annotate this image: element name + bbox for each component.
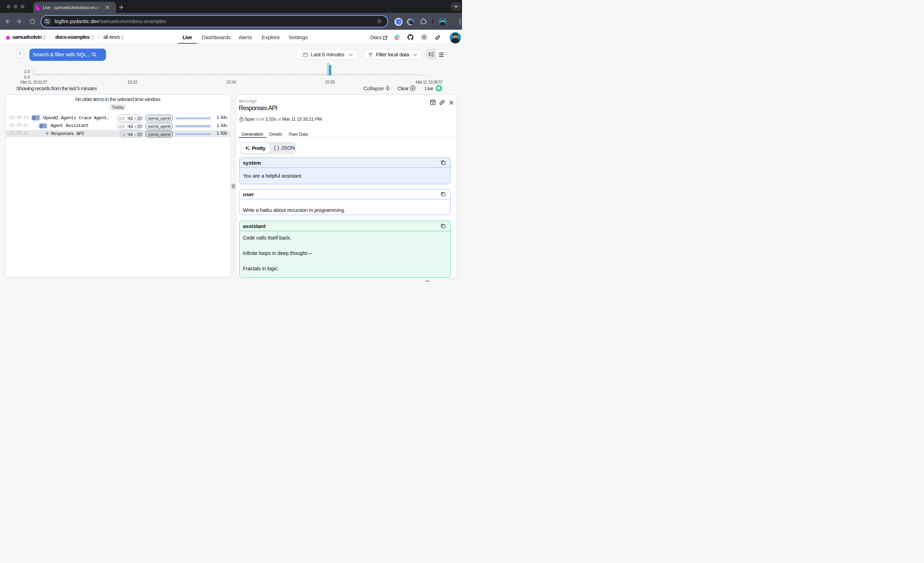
- svg-text:15:32: 15:32: [127, 80, 138, 85]
- svg-text:15:35: 15:35: [324, 80, 335, 85]
- svg-text:15:34: 15:34: [226, 80, 236, 85]
- svg-text:Mar 11. 15:31:37: Mar 11. 15:31:37: [20, 80, 47, 85]
- svg-text:0.0: 0.0: [24, 75, 30, 80]
- svg-text:2.0: 2.0: [24, 69, 30, 74]
